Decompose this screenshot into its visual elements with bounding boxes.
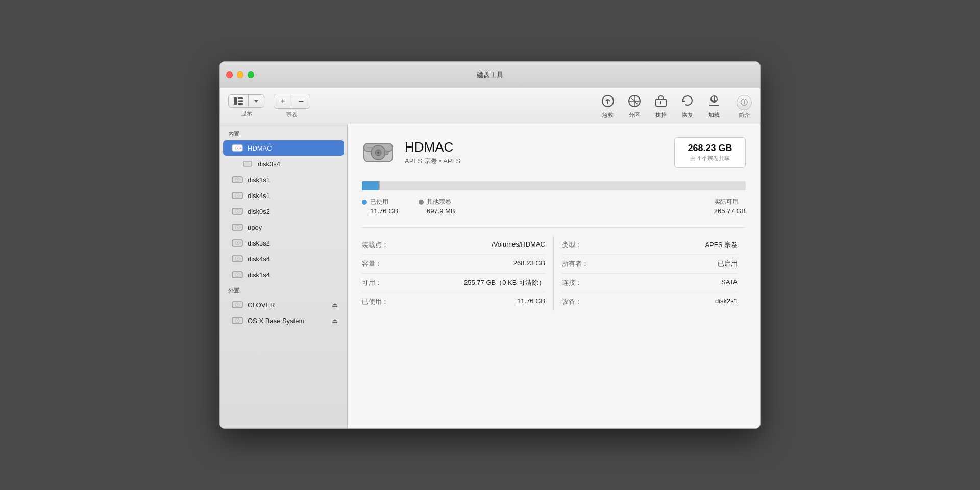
other-dot [419,200,424,205]
svg-point-29 [240,211,242,212]
add-volume-button[interactable]: + [274,94,292,108]
restore-icon [679,93,696,109]
rescue-label: 急救 [602,111,614,119]
internal-section-label: 内置 [220,126,347,140]
partition-icon [626,93,643,109]
disk0s2-icon [231,206,243,216]
disk3s2-label: disk3s2 [248,239,338,247]
close-button[interactable] [226,71,233,78]
svg-point-15 [237,148,238,149]
remove-volume-button[interactable]: − [292,94,310,108]
available-key: 可用： [362,278,398,287]
disk4s1-icon [231,190,243,201]
storage-bar-used [362,181,379,190]
info-label: 简介 [739,111,750,119]
clover-eject-button[interactable]: ⏏ [332,301,338,309]
storage-bar-other [379,181,380,190]
disk4s4-icon [231,254,243,264]
detail-disk-subtitle: APFS 宗卷 • APFS [405,157,674,166]
osxbase-eject-button[interactable]: ⏏ [332,317,338,325]
storage-bar [362,181,746,190]
other-legend-value: 697.9 MB [427,207,455,215]
maximize-button[interactable] [248,71,254,78]
disk3s4-label: disk3s4 [258,160,338,168]
legend-used: 已使用 11.76 GB [362,198,398,215]
disk0s2-label: disk0s2 [248,208,338,215]
storage-legend: 已使用 11.76 GB 其他宗卷 697.9 MB 实际可用 265.77 G [362,198,746,215]
sidebar-item-disk1s1[interactable]: disk1s1 [223,172,344,187]
info-col-right: 类型： APFS 宗卷 所有者： 已启用 连接： SATA 设备： disk2s… [554,236,746,311]
window-title: 磁盘工具 [477,70,503,80]
other-legend-label: 其他宗卷 [427,198,451,206]
display-label: 显示 [241,110,252,117]
svg-point-44 [237,274,238,275]
type-key: 类型： [562,240,598,250]
sidebar-item-clover[interactable]: CLOVER ⏏ [223,297,344,312]
rescue-icon [600,93,616,109]
info-table: 装载点： /Volumes/HDMAC 容量： 268.23 GB 可用： 25… [362,227,746,311]
view-toggle-button[interactable] [249,95,264,107]
info-row-device: 设备： disk2s1 [562,292,738,311]
clover-label: CLOVER [248,301,328,309]
owner-value: 已启用 [598,259,738,268]
sidebar-item-disk4s4[interactable]: disk4s4 [223,251,344,266]
device-key: 设备： [562,297,598,306]
detail-disk-name: HDMAC [405,139,674,155]
hdmac-label: HDMAC [248,144,338,152]
sidebar-item-disk1s4[interactable]: disk1s4 [223,267,344,282]
upoy-label: upoy [248,224,338,231]
vol-label: 宗卷 [286,111,298,118]
used-legend-value: 11.76 GB [370,207,398,215]
sidebar-item-disk4s1[interactable]: disk4s1 [223,188,344,203]
mount-action[interactable]: 加载 [706,93,722,119]
detail-header: HDMAC APFS 宗卷 • APFS 268.23 GB 由 4 个宗卷共享 [362,136,746,169]
svg-rect-1 [238,97,243,99]
clover-icon [231,300,243,310]
sidebar-item-osxbase[interactable]: OS X Base System ⏏ [223,313,344,328]
erase-label: 抹掉 [655,111,667,119]
erase-action[interactable]: 抹掉 [653,93,669,119]
sidebar-item-hdmac[interactable]: HDMAC [223,140,344,156]
storage-section: 已使用 11.76 GB 其他宗卷 697.9 MB 实际可用 265.77 G [362,181,746,215]
main-content: 内置 HDMAC [220,124,760,428]
sidebar-item-disk3s4[interactable]: disk3s4 [223,156,344,172]
mount-icon [706,93,722,109]
svg-point-45 [240,274,242,276]
sidebar-item-upoy[interactable]: upoy [223,219,344,235]
legend-other: 其他宗卷 697.9 MB [419,198,455,215]
osxbase-label: OS X Base System [248,317,328,325]
connection-key: 连接： [562,278,598,287]
detail-panel: HDMAC APFS 宗卷 • APFS 268.23 GB 由 4 个宗卷共享 [348,124,760,428]
upoy-icon [231,222,243,232]
svg-point-33 [240,227,242,228]
sidebar-item-disk3s2[interactable]: disk3s2 [223,235,344,251]
info-button[interactable]: ⓘ [737,95,752,110]
used-legend-label: 已使用 [370,198,388,206]
svg-point-40 [237,258,238,259]
toolbar: 显示 + − 宗卷 急救 [220,88,760,124]
info-row-capacity: 容量： 268.23 GB [362,255,545,274]
sidebar-toggle-button[interactable] [229,95,249,107]
rescue-action[interactable]: 急救 [600,93,616,119]
partition-action[interactable]: 分区 [626,93,643,119]
disk1s4-icon [231,270,243,280]
info-row-available: 可用： 255.77 GB（0 KB 可清除） [362,274,545,292]
svg-point-32 [237,227,238,228]
svg-point-48 [237,304,238,305]
sidebar-item-disk0s2[interactable]: disk0s2 [223,204,344,219]
erase-icon [653,93,669,109]
mountpoint-key: 装载点： [362,240,398,250]
info-col-left: 装载点： /Volumes/HDMAC 容量： 268.23 GB 可用： 25… [362,236,554,311]
detail-title-group: HDMAC APFS 宗卷 • APFS [405,139,674,166]
main-window: 磁盘工具 [219,61,761,429]
sidebar: 内置 HDMAC [220,124,348,428]
svg-point-36 [237,242,238,243]
available-legend-label: 实际可用 [714,198,746,206]
used-key: 已使用： [362,297,398,306]
svg-rect-17 [243,161,252,166]
detail-size-main: 268.23 GB [685,143,735,154]
partition-label: 分区 [629,111,640,119]
restore-action[interactable]: 恢复 [679,93,696,119]
svg-point-28 [237,211,238,212]
minimize-button[interactable] [237,71,243,78]
